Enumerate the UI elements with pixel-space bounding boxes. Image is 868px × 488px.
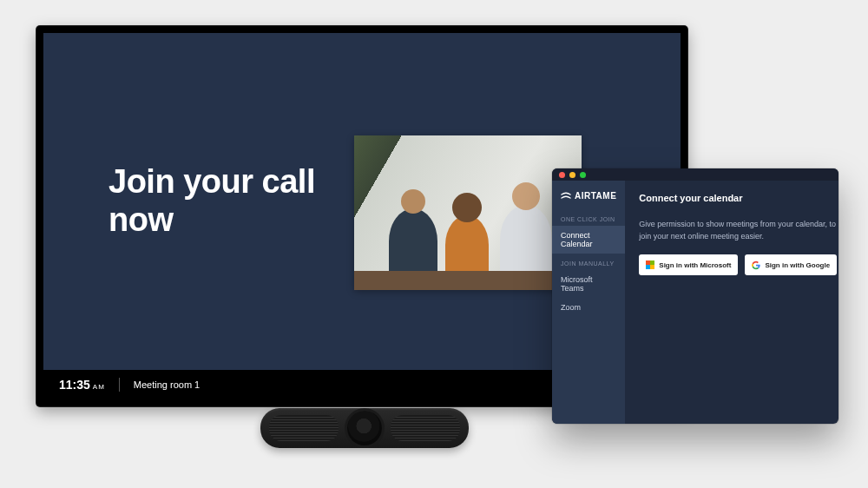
sidebar-item-connect-calendar[interactable]: Connect Calendar (552, 226, 625, 254)
sign-in-google-label: Sign in with Google (765, 261, 830, 269)
sidebar-item-microsoft-teams[interactable]: Microsoft Teams (552, 270, 625, 298)
window-minimize-icon[interactable] (569, 172, 575, 178)
divider (119, 378, 120, 392)
sidebar-item-zoom[interactable]: Zoom (552, 298, 625, 317)
main-panel: Connect your calendar Give permission to… (625, 181, 838, 424)
sidebar: AIRTAME ONE CLICK JOIN Connect Calendar … (552, 181, 625, 424)
window-maximize-icon[interactable] (580, 172, 586, 178)
brand-logo: AIRTAME (552, 191, 625, 209)
meeting-preview-image (354, 135, 582, 290)
sign-in-google-button[interactable]: Sign in with Google (745, 254, 837, 275)
google-icon (752, 260, 760, 269)
window-close-icon[interactable] (559, 172, 565, 178)
sidebar-section-one-click: ONE CLICK JOIN (552, 209, 625, 226)
tv-headline: Join your call now (108, 163, 334, 239)
clock-ampm: AM (93, 383, 105, 391)
sign-in-microsoft-label: Sign in with Microsoft (659, 261, 731, 269)
airtame-icon (561, 192, 571, 201)
panel-title: Connect your calendar (639, 193, 837, 203)
clock-time: 11:35 (59, 378, 90, 392)
sidebar-section-join-manually: JOIN MANUALLY (552, 254, 625, 270)
camera-speaker-device (260, 408, 469, 448)
room-name: Meeting room 1 (134, 379, 200, 390)
sign-in-microsoft-button[interactable]: Sign in with Microsoft (639, 254, 738, 275)
window-titlebar (552, 168, 838, 181)
clock: 11:35 AM (59, 378, 105, 392)
brand-name: AIRTAME (575, 191, 616, 201)
panel-hint: Give permission to show meetings from yo… (639, 219, 837, 242)
microsoft-icon (646, 260, 654, 269)
app-window: AIRTAME ONE CLICK JOIN Connect Calendar … (552, 168, 838, 424)
